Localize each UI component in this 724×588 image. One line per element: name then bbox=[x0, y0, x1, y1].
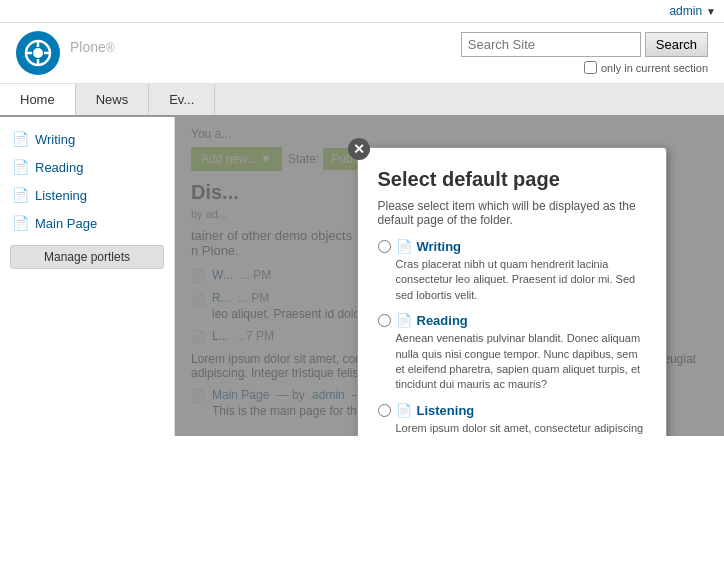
modal-close-button[interactable]: ✕ bbox=[348, 138, 370, 160]
listening-option-label: Listening bbox=[417, 403, 475, 418]
writing-option-label: Writing bbox=[417, 239, 462, 254]
modal-option-writing: 📄 Writing Cras placerat nibh ut quam hen… bbox=[378, 239, 646, 303]
modal-title: Select default page bbox=[378, 168, 646, 191]
main-nav: Home News Ev... bbox=[0, 84, 724, 117]
modal-option-reading: 📄 Reading Aenean venenatis pulvinar blan… bbox=[378, 313, 646, 393]
sidebar-item-writing[interactable]: 📄 Writing bbox=[0, 125, 174, 153]
admin-arrow-icon: ▼ bbox=[706, 6, 716, 17]
modal-option-writing-header: 📄 Writing bbox=[378, 239, 646, 254]
top-bar: admin ▼ bbox=[0, 0, 724, 23]
nav-home[interactable]: Home bbox=[0, 84, 76, 115]
search-sub: only in current section bbox=[584, 61, 708, 74]
search-area: Search only in current section bbox=[461, 32, 708, 74]
nav-events[interactable]: Ev... bbox=[149, 84, 215, 115]
manage-portlets-button[interactable]: Manage portlets bbox=[10, 245, 164, 269]
reading-option-label: Reading bbox=[417, 313, 468, 328]
plone-logo-icon bbox=[16, 31, 60, 75]
radio-listening[interactable] bbox=[378, 404, 391, 417]
listening-option-desc: Lorem ipsum dolor sit amet, consectetur … bbox=[396, 421, 646, 436]
sidebar-writing-label: Writing bbox=[35, 132, 75, 147]
search-input[interactable] bbox=[461, 32, 641, 57]
reading-option-desc: Aenean venenatis pulvinar blandit. Donec… bbox=[396, 331, 646, 393]
logo-text: Plone® bbox=[70, 37, 115, 69]
radio-writing[interactable] bbox=[378, 240, 391, 253]
modal-option-listening-header: 📄 Listening bbox=[378, 403, 646, 418]
radio-reading[interactable] bbox=[378, 314, 391, 327]
writing-option-desc: Cras placerat nibh ut quam hendrerit lac… bbox=[396, 257, 646, 303]
search-button[interactable]: Search bbox=[645, 32, 708, 57]
admin-link[interactable]: admin bbox=[669, 4, 702, 18]
listening-icon: 📄 bbox=[12, 187, 29, 203]
sidebar-mainpage-label: Main Page bbox=[35, 216, 97, 231]
sidebar-listening-label: Listening bbox=[35, 188, 87, 203]
writing-doc-icon: 📄 bbox=[396, 239, 412, 254]
search-row: Search bbox=[461, 32, 708, 57]
main-content: You a... Add new... ▼ State: Published ▼… bbox=[175, 117, 724, 436]
modal-option-reading-header: 📄 Reading bbox=[378, 313, 646, 328]
modal-option-listening: 📄 Listening Lorem ipsum dolor sit amet, … bbox=[378, 403, 646, 436]
modal-subtitle: Please select item which will be display… bbox=[378, 199, 646, 227]
logo-area: Plone® bbox=[16, 31, 115, 75]
site-header: Plone® Search only in current section bbox=[0, 23, 724, 84]
sidebar: 📄 Writing 📄 Reading 📄 Listening 📄 Main P… bbox=[0, 117, 175, 436]
sidebar-item-listening[interactable]: 📄 Listening bbox=[0, 181, 174, 209]
writing-icon: 📄 bbox=[12, 131, 29, 147]
reading-doc-icon: 📄 bbox=[396, 313, 412, 328]
layout: 📄 Writing 📄 Reading 📄 Listening 📄 Main P… bbox=[0, 117, 724, 436]
mainpage-icon: 📄 bbox=[12, 215, 29, 231]
sidebar-item-mainpage[interactable]: 📄 Main Page bbox=[0, 209, 174, 237]
current-section-checkbox[interactable] bbox=[584, 61, 597, 74]
listening-doc-icon: 📄 bbox=[396, 403, 412, 418]
sidebar-reading-label: Reading bbox=[35, 160, 83, 175]
svg-point-1 bbox=[33, 48, 43, 58]
sidebar-item-reading[interactable]: 📄 Reading bbox=[0, 153, 174, 181]
modal-select-default-page: ✕ Select default page Please select item… bbox=[357, 147, 667, 436]
reading-icon: 📄 bbox=[12, 159, 29, 175]
nav-news[interactable]: News bbox=[76, 84, 150, 115]
